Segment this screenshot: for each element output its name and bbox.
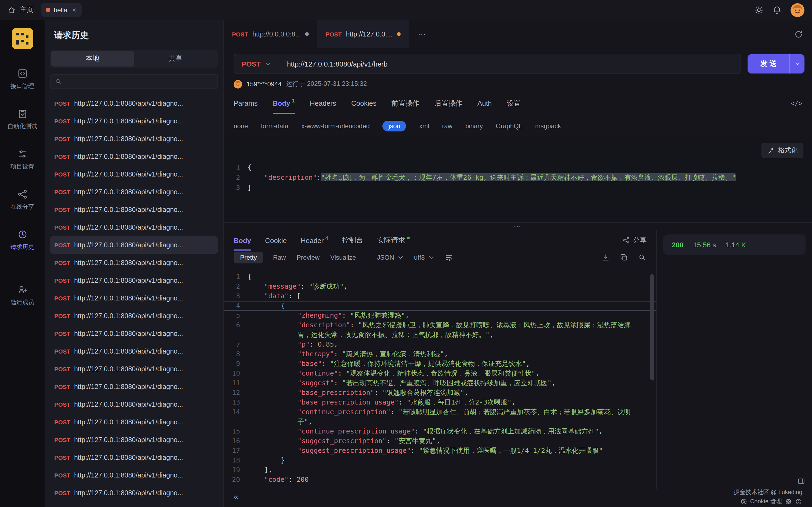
request-section-tab-pre-ops[interactable]: 前置操作 xyxy=(392,93,419,114)
send-button[interactable]: 发 送 xyxy=(748,54,805,73)
history-item[interactable]: POSThttp://127.0.0.1:8080/api/v1/diagno.… xyxy=(50,254,218,272)
sidebar-item-invite[interactable]: 邀请成员 xyxy=(7,275,37,316)
body-type-json[interactable]: json xyxy=(383,121,406,131)
view-tab-pretty[interactable]: Pretty xyxy=(234,251,263,264)
body-type-none[interactable]: none xyxy=(234,122,248,130)
history-item[interactable]: POSThttp://127.0.0.1:8080/api/v1/diagno.… xyxy=(50,165,218,183)
download-icon[interactable] xyxy=(602,253,610,262)
response-tab-actual[interactable]: 实际请求 xyxy=(377,230,410,250)
request-section-tab-headers[interactable]: Headers xyxy=(310,93,336,114)
response-tab-header[interactable]: Header4 xyxy=(301,230,328,250)
request-section-tab-settings[interactable]: 设置 xyxy=(507,93,521,114)
avatar[interactable] xyxy=(791,3,805,17)
request-section-tab-auth[interactable]: Auth xyxy=(477,93,492,114)
search-icon[interactable] xyxy=(638,253,647,262)
code-content: "zhengming": "风热犯肺兼湿热", xyxy=(248,311,423,320)
more-tabs-button[interactable]: ⋯ xyxy=(409,20,436,48)
panel-toggle-icon[interactable] xyxy=(797,477,806,486)
response-tab-cookie[interactable]: Cookie xyxy=(265,230,287,250)
project-tab[interactable]: bella × xyxy=(41,3,82,17)
body-type-xml[interactable]: xml xyxy=(419,122,429,130)
request-url-label: http://127.0.0.1:8080/api/v1/diagno... xyxy=(74,135,183,143)
history-search[interactable] xyxy=(50,74,218,89)
history-item[interactable]: POSThttp://127.0.0.1:8080/api/v1/diagno.… xyxy=(50,342,218,360)
history-item[interactable]: POSThttp://127.0.0.1:8080/api/v1/diagno.… xyxy=(50,484,218,502)
open-request-tab[interactable]: POSThttp://0.0.0.0:8... xyxy=(224,20,318,48)
history-item[interactable]: POSThttp://127.0.0.1:8080/api/v1/diagno.… xyxy=(50,289,218,307)
body-type-msgpack[interactable]: msgpack xyxy=(535,122,561,130)
sidebar-item-history[interactable]: 请求历史 xyxy=(7,220,37,260)
sidebar-item-project[interactable]: 项目设置 xyxy=(7,139,37,180)
history-item[interactable]: POSThttp://127.0.0.1:8080/api/v1/diagno.… xyxy=(50,95,218,112)
history-item[interactable]: POSThttp://127.0.0.1:8080/api/v1/diagno.… xyxy=(50,466,218,484)
history-item[interactable]: POSThttp://127.0.0.1:8080/api/v1/diagno.… xyxy=(50,431,218,449)
history-item[interactable]: POSThttp://127.0.0.1:8080/api/v1/diagno.… xyxy=(50,307,218,325)
history-item[interactable]: POSThttp://127.0.0.1:8080/api/v1/diagno.… xyxy=(50,236,218,254)
help-icon[interactable]: ? xyxy=(795,498,802,505)
tab-label: Cookies xyxy=(351,99,376,107)
request-url-input[interactable]: http://127.0.0.1:8080/api/v1/herb xyxy=(280,60,388,68)
sync-icon[interactable] xyxy=(794,29,803,39)
request-url-label: http://127.0.0.1:8080/api/v1/diagno... xyxy=(74,170,183,178)
history-scope-tab-local[interactable]: 本地 xyxy=(51,51,134,66)
request-section-tab-cookies[interactable]: Cookies xyxy=(351,93,376,114)
collapse-panel-icon[interactable]: « xyxy=(234,492,239,502)
tab-label: Auth xyxy=(477,99,492,107)
lifebuoy-icon[interactable] xyxy=(784,498,792,505)
response-tab-body[interactable]: Body xyxy=(234,230,251,250)
history-search-input[interactable] xyxy=(65,78,213,85)
code-view-icon[interactable]: </> xyxy=(791,100,802,107)
history-item[interactable]: POSThttp://127.0.0.1:8080/api/v1/diagno.… xyxy=(50,378,218,395)
history-item[interactable]: POSThttp://127.0.0.1:8080/api/v1/diagno.… xyxy=(50,218,218,236)
format-button[interactable]: 格式化 xyxy=(762,143,803,158)
history-item[interactable]: POSThttp://127.0.0.1:8080/api/v1/diagno.… xyxy=(50,272,218,289)
request-section-tab-body[interactable]: Body1 xyxy=(273,93,295,114)
sidebar-item-autotest[interactable]: 自动化测试 xyxy=(7,99,37,139)
bell-icon[interactable] xyxy=(772,5,782,15)
history-item[interactable]: POSThttp://127.0.0.1:8080/api/v1/diagno.… xyxy=(50,183,218,201)
request-body-editor[interactable]: 格式化 1{2"description":"姓名凯凯，为一雌性金毛犬，：现年7岁… xyxy=(224,137,812,223)
response-tabs: BodyCookieHeader4控制台实际请求 分享 xyxy=(224,230,656,250)
history-item[interactable]: POSThttp://127.0.0.1:8080/api/v1/diagno.… xyxy=(50,130,218,148)
send-options-caret[interactable] xyxy=(790,54,805,73)
view-tab-preview[interactable]: Preview xyxy=(296,251,321,264)
body-type-raw[interactable]: raw xyxy=(442,122,452,130)
view-tab-visualize[interactable]: Visualize xyxy=(329,251,357,264)
format-select[interactable]: JSON xyxy=(377,254,404,261)
cookie-manage[interactable]: Cookie 管理 ? xyxy=(740,497,802,505)
body-type-graphql[interactable]: GraphQL xyxy=(496,122,522,130)
open-request-tab[interactable]: POSThttp://127.0.0.... xyxy=(318,20,409,48)
response-scrollbar[interactable] xyxy=(650,274,654,380)
sidebar-item-share[interactable]: 在线分享 xyxy=(7,180,37,220)
history-item[interactable]: POSThttp://127.0.0.1:8080/api/v1/diagno.… xyxy=(50,360,218,378)
sidebar-item-api[interactable]: 接口管理 xyxy=(7,59,37,99)
history-scope-tab-shared[interactable]: 共享 xyxy=(134,51,217,66)
share-button[interactable]: 分享 xyxy=(622,236,647,245)
app-logo[interactable] xyxy=(11,28,33,49)
history-item[interactable]: POSThttp://127.0.0.1:8080/api/v1/diagno.… xyxy=(50,148,218,165)
pane-splitter-handle[interactable]: ⋯ xyxy=(224,223,812,230)
method-select[interactable]: POST xyxy=(234,60,280,68)
word-wrap-icon[interactable] xyxy=(445,253,453,262)
history-item[interactable]: POSThttp://127.0.0.1:8080/api/v1/diagno.… xyxy=(50,395,218,413)
history-item[interactable]: POSThttp://127.0.0.1:8080/api/v1/diagno.… xyxy=(50,112,218,130)
history-item[interactable]: POSThttp://127.0.0.1:8080/api/v1/diagno.… xyxy=(50,413,218,431)
copy-icon[interactable] xyxy=(620,253,628,262)
project-dot-icon xyxy=(46,8,50,12)
response-tab-console[interactable]: 控制台 xyxy=(342,230,363,250)
view-tab-raw[interactable]: Raw xyxy=(272,251,287,264)
request-section-tab-post-ops[interactable]: 后置操作 xyxy=(435,93,462,114)
history-item[interactable]: POSThttp://127.0.0.1:8080/api/v1/diagno.… xyxy=(50,449,218,466)
body-type-x-www-form-urlencoded[interactable]: x-www-form-urlencoded xyxy=(301,122,370,130)
body-type-form-data[interactable]: form-data xyxy=(261,122,288,130)
close-icon[interactable]: × xyxy=(72,6,76,14)
request-section-tab-params[interactable]: Params xyxy=(234,93,258,114)
history-item[interactable]: POSThttp://127.0.0.1:8080/api/v1/diagno.… xyxy=(50,325,218,342)
gear-icon[interactable] xyxy=(754,5,764,15)
home-button[interactable]: 主页 xyxy=(7,5,33,14)
history-item[interactable]: POSThttp://127.0.0.1:8080/api/v1/diagno.… xyxy=(50,201,218,218)
encoding-select[interactable]: utf8 xyxy=(414,254,435,261)
body-type-binary[interactable]: binary xyxy=(465,122,483,130)
response-body-viewer[interactable]: 1{2"message": "诊断成功",3"data": [4{5"zheng… xyxy=(224,268,656,489)
request-url-label: http://127.0.0.1:8080/api/v1/diagno... xyxy=(74,223,183,231)
